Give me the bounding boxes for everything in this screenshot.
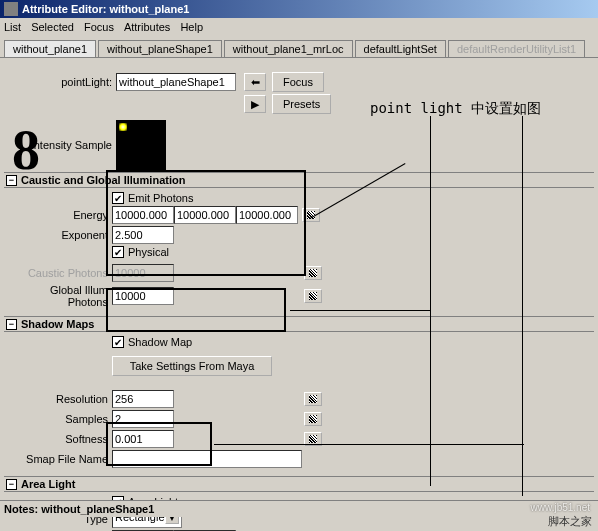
menu-list[interactable]: List bbox=[4, 21, 21, 33]
smapfile-field[interactable] bbox=[112, 450, 302, 468]
tab-without-planeshape1[interactable]: without_planeShape1 bbox=[98, 40, 222, 57]
resolution-field[interactable] bbox=[112, 390, 174, 408]
annotation-line bbox=[290, 310, 430, 311]
softness-label: Softness bbox=[12, 433, 112, 445]
tab-without-plane1[interactable]: without_plane1 bbox=[4, 40, 96, 57]
samples-map-button[interactable] bbox=[304, 412, 322, 426]
window-titlebar: Attribute Editor: without_plane1 bbox=[0, 0, 598, 18]
presets-button[interactable]: Presets bbox=[272, 94, 331, 114]
energy-r-field[interactable] bbox=[112, 206, 174, 224]
exponent-label: Exponent bbox=[12, 229, 112, 241]
annotation-line bbox=[430, 116, 431, 486]
energy-label: Energy bbox=[12, 209, 112, 221]
tab-defaultrender[interactable]: defaultRenderUtilityList1 bbox=[448, 40, 585, 57]
softness-field[interactable] bbox=[112, 430, 174, 448]
physical-label: Physical bbox=[128, 246, 169, 258]
focus-button[interactable]: Focus bbox=[272, 72, 324, 92]
notes-bar: Notes: without_planeShape1 bbox=[0, 500, 598, 517]
menu-bar: List Selected Focus Attributes Help bbox=[0, 18, 598, 36]
tab-mrloc[interactable]: without_plane1_mrLoc bbox=[224, 40, 353, 57]
menu-attributes[interactable]: Attributes bbox=[124, 21, 170, 33]
menu-focus[interactable]: Focus bbox=[84, 21, 114, 33]
global-photons-label: Global Illum Photons bbox=[12, 284, 112, 308]
shadowmap-label: Shadow Map bbox=[128, 336, 192, 348]
caustic-photons-field bbox=[112, 264, 174, 282]
take-settings-button[interactable]: Take Settings From Maya bbox=[112, 356, 272, 376]
samples-field[interactable] bbox=[112, 410, 174, 428]
output-icon[interactable]: ▶ bbox=[244, 95, 266, 113]
emit-photons-label: Emit Photons bbox=[128, 192, 193, 204]
menu-help[interactable]: Help bbox=[180, 21, 203, 33]
smapfile-label: Smap File Name bbox=[12, 453, 112, 465]
annotation-text: point light 中设置如图 bbox=[370, 100, 541, 118]
collapse-icon[interactable]: − bbox=[6, 479, 17, 490]
watermark: www.jb51.net bbox=[531, 502, 590, 513]
tab-defaultlightset[interactable]: defaultLightSet bbox=[355, 40, 446, 57]
tab-bar: without_plane1 without_planeShape1 witho… bbox=[0, 36, 598, 58]
nodetype-label: pointLight: bbox=[60, 76, 116, 88]
app-icon bbox=[4, 2, 18, 16]
physical-checkbox[interactable]: ✔ bbox=[112, 246, 124, 258]
annotation-line bbox=[214, 444, 524, 445]
menu-selected[interactable]: Selected bbox=[31, 21, 74, 33]
global-map-button[interactable] bbox=[304, 289, 322, 303]
section-shadow-header[interactable]: − Shadow Maps bbox=[4, 316, 594, 332]
energy-b-field[interactable] bbox=[236, 206, 298, 224]
shadowmap-checkbox[interactable]: ✔ bbox=[112, 336, 124, 348]
window-title: Attribute Editor: without_plane1 bbox=[22, 0, 189, 18]
section-caustic-header[interactable]: − Caustic and Global Illumination bbox=[4, 172, 594, 188]
nodename-field[interactable] bbox=[116, 73, 236, 91]
samples-label: Samples bbox=[12, 413, 112, 425]
energy-g-field[interactable] bbox=[174, 206, 236, 224]
emit-photons-checkbox[interactable]: ✔ bbox=[112, 192, 124, 204]
load-icon[interactable]: ⬅ bbox=[244, 73, 266, 91]
energy-map-button[interactable] bbox=[302, 208, 320, 222]
intensity-swatch[interactable] bbox=[116, 120, 166, 170]
caustic-map-button[interactable] bbox=[304, 266, 322, 280]
global-photons-field[interactable] bbox=[112, 287, 174, 305]
resolution-map-button[interactable] bbox=[304, 392, 322, 406]
annotation-line bbox=[522, 116, 523, 496]
site-label: 脚本之家 bbox=[548, 514, 592, 529]
type-glyph: 8 bbox=[12, 118, 40, 182]
collapse-icon[interactable]: − bbox=[6, 319, 17, 330]
exponent-field[interactable] bbox=[112, 226, 174, 244]
section-area-header[interactable]: − Area Light bbox=[4, 476, 594, 492]
caustic-photons-label: Caustic Photons bbox=[12, 267, 112, 279]
resolution-label: Resolution bbox=[12, 393, 112, 405]
